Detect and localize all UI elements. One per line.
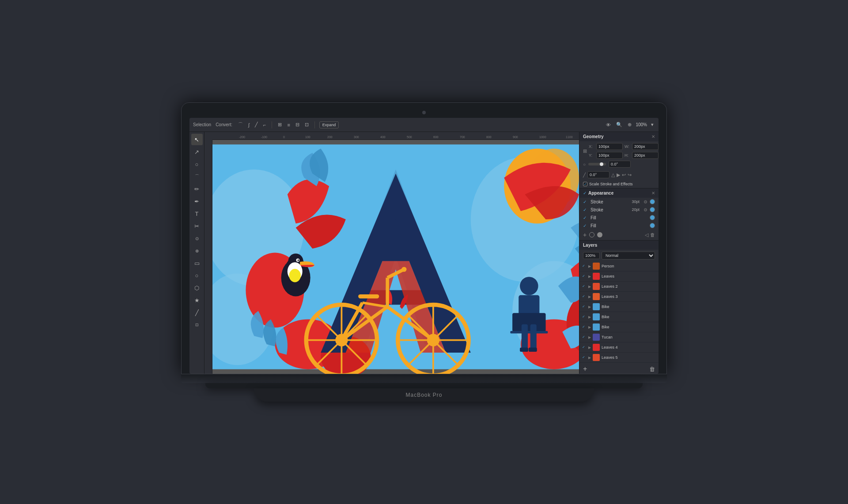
add-layer-button[interactable]: + [583,365,587,373]
stroke2-gear-icon[interactable]: ⚙ [644,207,647,212]
layers-opacity-input[interactable] [583,252,600,259]
stroke2-color[interactable] [650,207,655,212]
x-input[interactable] [596,143,623,150]
scale-stroke-checkbox[interactable]: ✓ [583,182,587,186]
layer-leaves5[interactable]: ✓ ▶ Leaves 5 [579,353,659,363]
layer-vis-bike3[interactable]: ✓ [582,325,587,329]
layer-expand-leaves[interactable]: ▶ [588,275,591,278]
rect-frame-tool[interactable]: ▭ [191,257,203,269]
layer-bike3[interactable]: ✓ ▶ Bike [579,322,659,332]
delete-layer-button[interactable]: 🗑 [649,366,655,372]
eyedropper-tool[interactable]: ⊙ [191,233,203,244]
layer-expand-bike2[interactable]: ▶ [588,315,591,319]
canvas-area[interactable]: -200 -100 0 100 200 300 400 500 600 700 … [204,132,579,374]
layer-tucan[interactable]: ✓ ▶ Tucan [579,332,659,342]
stroke1-gear-icon[interactable]: ⚙ [644,199,647,204]
layer-leaves4[interactable]: ✓ ▶ Leaves 4 [579,342,659,353]
direct-select-tool[interactable]: ↗ [191,146,203,158]
layer-expand-bike1[interactable]: ▶ [588,305,591,309]
laptop-wrapper: Selection Convert: ⌒ ∫ ╱ ⌐ ⊞ ≡ ⊟ ⊡ Expan… [181,102,667,402]
layer-vis-tucan[interactable]: ✓ [582,335,587,339]
layer-expand-person[interactable]: ▶ [588,264,591,268]
pen-tool[interactable]: ✒ [191,196,203,207]
undo-icon[interactable]: ↩ [622,172,626,178]
redo-icon[interactable]: ↪ [628,172,632,178]
layer-person[interactable]: ✓ ▶ Person [579,261,659,271]
layers-blend-select[interactable]: Normal [602,252,655,260]
w-input[interactable] [632,143,659,150]
layer-leaves[interactable]: ✓ ▶ Leaves [579,271,659,282]
zoom-dropdown-icon[interactable]: ▾ [650,121,655,128]
convert-bezier-icon[interactable]: ∫ [247,121,251,128]
zoom-tool[interactable]: ⊕ [191,245,203,256]
add-appearance-icon[interactable]: + [583,231,587,238]
rotation-slider[interactable] [588,163,606,165]
flip-h-icon[interactable]: △ [611,172,615,178]
layer-leaves2[interactable]: ✓ ▶ Leaves 2 [579,282,659,292]
layer-expand-leaves2[interactable]: ▶ [588,285,591,289]
convert-corner-icon[interactable]: ⌐ [262,121,267,128]
layer-vis-bike2[interactable]: ✓ [582,315,587,319]
expand-button[interactable]: Expand [319,121,339,128]
layer-vis-leaves[interactable]: ✓ [582,274,587,278]
convert-line-icon[interactable]: ╱ [254,121,259,128]
ellipse-select-tool[interactable]: ○ [191,158,203,170]
polygon-tool[interactable]: ⬡ [191,282,203,293]
geometry-header[interactable]: Geometry ✕ [579,132,659,141]
layer-vis-leaves4[interactable]: ✓ [582,345,587,350]
fill2-color[interactable] [650,223,655,228]
layer-bike1[interactable]: ✓ ▶ Bike [579,302,659,312]
layer-name-leaves: Leaves [602,274,656,278]
layer-name-leaves4: Leaves 4 [602,345,656,350]
layer-expand-leaves5[interactable]: ▶ [588,356,591,360]
geometry-close-icon[interactable]: ✕ [651,134,655,139]
rotation-input[interactable] [609,161,631,168]
layer-leaves3[interactable]: ✓ ▶ Leaves 3 [579,292,659,302]
layer-vis-bike1[interactable]: ✓ [582,305,587,309]
convert-arc-icon[interactable]: ⌒ [237,120,244,129]
shear-input[interactable] [587,171,610,178]
pencil-tool[interactable]: ✏ [191,183,203,195]
layer-vis-leaves3[interactable]: ✓ [582,294,587,299]
x-label: X: [589,144,595,149]
expand-icon-tb[interactable]: ⊡ [303,121,310,128]
layer-expand-tucan[interactable]: ▶ [588,335,591,339]
layer-vis-leaves2[interactable]: ✓ [582,284,587,289]
text-tool[interactable]: T [191,208,203,219]
zoom-out-icon[interactable]: 🔍 [615,121,624,128]
stroke1-color[interactable] [650,199,655,204]
appearance-arrow-icon[interactable]: ◁ [645,232,648,238]
layer-vis-person[interactable]: ✓ [582,264,587,268]
appearance-close-icon[interactable]: ✕ [651,191,655,196]
laptop-bottom [205,383,643,388]
layer-thumb-leaves [593,273,600,280]
fill1-color[interactable] [650,215,655,220]
scissors-tool[interactable]: ✂ [191,220,203,232]
ellipse-frame-tool[interactable]: ○ [191,270,203,281]
star-tool[interactable]: ★ [191,294,203,306]
layer-expand-bike3[interactable]: ▶ [588,325,591,329]
align-center-icon[interactable]: ≡ [286,121,291,128]
svg-point-17 [520,277,538,295]
line-tool[interactable]: ╱ [191,307,203,318]
h-input[interactable] [632,152,659,159]
appearance-trash-icon[interactable]: 🗑 [650,232,655,238]
layer-expand-leaves4[interactable]: ▶ [588,346,591,350]
artboard-tool[interactable]: ⊡ [191,319,203,331]
eye-icon[interactable]: 👁 [605,121,612,128]
lasso-tool[interactable]: ⌒ [191,171,203,182]
layer-bike2[interactable]: ✓ ▶ Bike [579,312,659,322]
align-h-icon[interactable]: ⊞ [276,121,283,128]
artwork-svg[interactable] [212,140,579,374]
canvas-content[interactable] [212,140,579,374]
x-field: X: [589,143,623,150]
appearance-header[interactable]: ✓ Appearance ✕ [579,188,659,198]
layers-header[interactable]: Layers [579,241,659,250]
select-tool[interactable]: ↖ [191,134,203,145]
y-input[interactable] [596,152,623,159]
distribute-icon[interactable]: ⊟ [294,121,301,128]
stroke1-value: 30pt [632,199,640,204]
zoom-in-icon[interactable]: ⊕ [626,121,633,128]
layer-expand-leaves3[interactable]: ▶ [588,295,591,299]
flip-v-icon[interactable]: ▶ [617,172,620,178]
